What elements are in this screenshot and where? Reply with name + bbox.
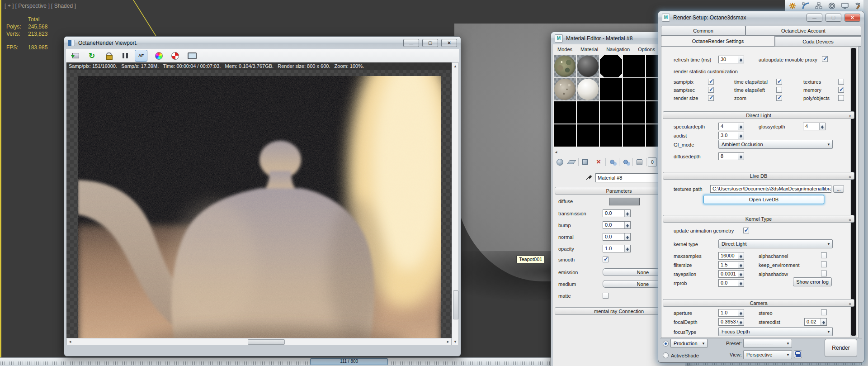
material-slot[interactable] bbox=[577, 101, 599, 124]
textures-path-field[interactable]: C:\Users\user\Documents\3dsMaxDesign\mat… bbox=[710, 185, 831, 193]
scroll-up-icon[interactable]: ▲ bbox=[452, 63, 458, 69]
eyedropper-icon[interactable] bbox=[585, 174, 592, 181]
tab-common[interactable]: Common bbox=[661, 26, 745, 36]
put-to-scene-icon[interactable] bbox=[566, 157, 576, 167]
vscroll-thumb[interactable] bbox=[453, 290, 458, 319]
menu-options[interactable]: Options bbox=[638, 47, 655, 52]
speculardepth-field[interactable]: 4 bbox=[718, 123, 744, 130]
stat-checkbox[interactable] bbox=[838, 87, 844, 93]
scroll-right-icon[interactable]: ► bbox=[445, 338, 451, 345]
menu-modes[interactable]: Modes bbox=[557, 47, 572, 52]
scroll-left-icon[interactable]: ◄ bbox=[67, 338, 73, 345]
maximize-button[interactable] bbox=[826, 14, 841, 22]
close-button[interactable] bbox=[441, 39, 457, 47]
render-setup-titlebar[interactable]: Render Setup: Octane3dsmax bbox=[658, 11, 864, 24]
display-icon[interactable] bbox=[839, 1, 850, 11]
tab-cuda-devices[interactable]: Cuda Devices bbox=[775, 36, 861, 47]
production-dropdown[interactable]: Production bbox=[670, 339, 708, 348]
keep-environment-checkbox[interactable] bbox=[821, 261, 827, 267]
spinner[interactable] bbox=[738, 132, 744, 139]
open-livedb-button[interactable]: Open LiveDB bbox=[703, 195, 824, 204]
matte-checkbox[interactable] bbox=[603, 293, 609, 299]
opacity-field[interactable]: 1.0 bbox=[603, 245, 631, 252]
menu-navigation[interactable]: Navigation bbox=[606, 47, 630, 52]
spinner[interactable] bbox=[819, 123, 825, 130]
spinner[interactable] bbox=[624, 245, 630, 252]
aodist-field[interactable]: 3.0 bbox=[718, 132, 744, 139]
viewport-label[interactable]: [ + ] [ Perspective ] [ Shaded ] bbox=[5, 3, 76, 9]
stat-checkbox[interactable] bbox=[708, 87, 714, 93]
spinner[interactable] bbox=[738, 309, 744, 316]
menu-material[interactable]: Material bbox=[580, 47, 598, 52]
spinner[interactable] bbox=[738, 271, 744, 277]
spinner[interactable] bbox=[738, 153, 744, 160]
browse-button[interactable]: ... bbox=[833, 185, 844, 193]
rrprob-field[interactable]: 0.0 bbox=[718, 279, 744, 287]
material-slot[interactable] bbox=[600, 124, 622, 147]
preset-dropdown[interactable]: ---------------- bbox=[743, 339, 792, 348]
diffusedepth-field[interactable]: 8 bbox=[718, 152, 744, 160]
alphashadow-checkbox[interactable] bbox=[821, 271, 827, 276]
render-vscrollbar[interactable]: ▲ ▼ bbox=[452, 62, 459, 345]
lock-icon[interactable] bbox=[103, 50, 115, 61]
filtersize-field[interactable]: 1.5 bbox=[718, 261, 744, 269]
refresh-time-field[interactable]: 30 bbox=[718, 56, 744, 63]
spinner[interactable] bbox=[738, 56, 744, 63]
production-radio[interactable] bbox=[663, 341, 669, 347]
spinner[interactable] bbox=[738, 261, 744, 268]
hierarchy-icon[interactable] bbox=[813, 1, 825, 11]
material-slot-active[interactable] bbox=[600, 55, 622, 77]
save-image-icon[interactable] bbox=[70, 50, 81, 61]
stat-checkbox[interactable] bbox=[838, 79, 844, 85]
diffuse-swatch[interactable] bbox=[609, 198, 640, 205]
spinner[interactable] bbox=[624, 210, 630, 217]
octane-viewport-titlebar[interactable]: OctaneRender Viewport. bbox=[64, 37, 461, 49]
minimize-button[interactable] bbox=[807, 14, 822, 22]
make-copy-icon[interactable] bbox=[607, 157, 617, 167]
spinner[interactable] bbox=[624, 222, 630, 228]
modify-icon[interactable] bbox=[800, 1, 811, 11]
panel-scrollbar[interactable] bbox=[850, 47, 857, 337]
bump-field[interactable]: 0.0 bbox=[603, 221, 631, 229]
motion-icon[interactable] bbox=[826, 1, 837, 11]
alphachannel-checkbox[interactable] bbox=[821, 252, 827, 258]
stat-checkbox[interactable] bbox=[708, 95, 714, 101]
focustype-dropdown[interactable]: Focus Depth bbox=[718, 327, 833, 336]
stat-checkbox[interactable] bbox=[776, 79, 782, 85]
normal-field[interactable]: 0.0 bbox=[603, 233, 631, 241]
maximize-button[interactable] bbox=[422, 39, 438, 47]
autofocus-picker-icon[interactable] bbox=[135, 50, 147, 62]
hscroll-thumb[interactable] bbox=[248, 339, 285, 345]
reset-material-icon[interactable] bbox=[594, 157, 604, 167]
minimize-button[interactable] bbox=[403, 39, 419, 47]
stat-checkbox[interactable] bbox=[708, 79, 714, 85]
spinner[interactable] bbox=[738, 318, 744, 325]
material-id-channel-icon[interactable] bbox=[648, 157, 657, 166]
render-hscrollbar[interactable]: ◄ ► bbox=[66, 338, 452, 345]
create-icon[interactable] bbox=[787, 1, 798, 11]
render-button[interactable]: Render bbox=[825, 339, 857, 357]
material-slot[interactable] bbox=[554, 124, 576, 147]
spinner[interactable] bbox=[738, 252, 744, 259]
material-slot[interactable] bbox=[623, 101, 645, 124]
spinner[interactable] bbox=[738, 280, 744, 286]
pause-icon[interactable] bbox=[119, 50, 131, 61]
transmission-field[interactable]: 0.0 bbox=[603, 209, 631, 217]
stat-checkbox[interactable] bbox=[776, 95, 782, 101]
gi-mode-dropdown[interactable]: Ambient Occlusion bbox=[718, 140, 833, 149]
smooth-checkbox[interactable] bbox=[603, 257, 609, 262]
tab-octanerender-settings[interactable]: OctaneRender Settings bbox=[661, 36, 775, 47]
camera-rollout[interactable]: Camera bbox=[663, 299, 854, 307]
stereodist-field[interactable]: 0.02 bbox=[804, 318, 827, 326]
material-slot[interactable] bbox=[623, 55, 645, 77]
material-slot[interactable] bbox=[600, 101, 622, 124]
fit-monitor-icon[interactable] bbox=[186, 50, 198, 61]
save-material-icon[interactable] bbox=[634, 157, 644, 167]
close-button[interactable] bbox=[844, 14, 860, 22]
scroll-down-icon[interactable]: ▼ bbox=[452, 338, 458, 345]
activeshade-radio[interactable] bbox=[663, 352, 669, 358]
stereo-checkbox[interactable] bbox=[821, 309, 827, 315]
panel-scrollbar-thumb[interactable] bbox=[851, 48, 856, 336]
slots-scroll-left-icon[interactable]: ◄ bbox=[553, 149, 559, 155]
tab-octanelive-account[interactable]: OctaneLive Account bbox=[745, 26, 861, 36]
